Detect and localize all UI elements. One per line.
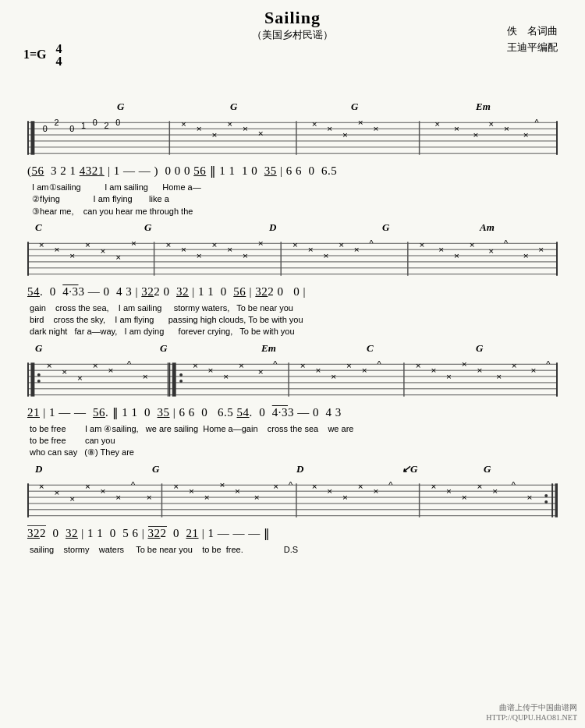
svg-text:×: × [454,250,459,261]
svg-text:2: 2 [105,121,109,130]
notation-1: (56 3 2 1 4321 | 1 — — ) 0 0 0 56 ‖ 1 1 … [23,163,562,179]
svg-text:×: × [477,365,483,376]
footer: 曲谱上传于中国曲谱网 HTTP://QUPU.HAO81.NET [486,702,577,722]
svg-text:×: × [420,239,425,250]
svg-point-132 [544,500,548,504]
svg-text:×: × [204,492,210,503]
svg-text:×: × [342,129,348,140]
svg-text:0: 0 [115,118,120,127]
chord-G-s2: G [144,221,151,234]
lyrics-2c: dark night far a—way, I am dying forever… [23,326,562,337]
svg-text:×: × [54,244,59,255]
svg-text:×: × [523,250,529,261]
svg-text:×: × [235,486,240,497]
svg-text:×: × [538,244,544,255]
svg-text:×: × [531,365,537,376]
svg-text:×: × [212,129,218,140]
svg-text:×: × [462,359,467,369]
svg-text:×: × [488,246,494,256]
lyrics-3c: who can say (⑧) They are [23,447,562,458]
svg-text:×: × [342,492,348,503]
svg-text:×: × [339,239,344,250]
svg-text:×: × [292,239,298,250]
chord-G-s3c: G [476,342,483,355]
svg-text:×: × [208,365,214,376]
svg-text:×: × [101,486,106,497]
chord-row-3: G G Em C G [31,342,562,356]
svg-text:2: 2 [54,118,58,127]
svg-text:×: × [354,244,360,255]
svg-text:×: × [446,371,452,382]
svg-text:×: × [323,250,328,261]
chord-C-s3: C [367,342,374,355]
svg-point-84 [37,373,41,376]
svg-text:0: 0 [43,124,48,133]
svg-text:×: × [446,486,452,497]
chord-row-2: C G D G Am [31,221,562,235]
svg-text:×: × [358,481,363,492]
notation-3: 21 | 1 — — 56. ‖ 1 1 0 35 | 6 6 0 6.5 54… [23,405,562,421]
page: Sailing （美国乡村民谣） 佚 名词曲 王迪平编配 1=G 4 4 G G… [0,0,585,728]
tab-graphic-4: × × × × × × ^ × × × × × × × × ^ × × × × … [27,477,558,522]
svg-text:×: × [143,371,148,382]
chord-G-s3a: G [35,342,42,355]
svg-text:×: × [165,239,171,250]
svg-text:×: × [312,118,317,129]
svg-text:×: × [227,118,232,129]
svg-text:×: × [523,129,529,140]
svg-text:×: × [431,481,436,492]
chord-Am: Am [480,221,495,234]
svg-text:×: × [69,493,75,504]
svg-text:×: × [316,365,321,376]
svg-text:×: × [300,360,306,371]
section-4: D G D ↙G G × × × × [23,463,562,555]
chord-G-s3b: G [160,342,167,355]
svg-text:×: × [462,492,467,503]
lyrics-3b: to be free can you [23,435,562,446]
chord-G-s4a: G [152,463,159,475]
svg-text:1: 1 [81,121,86,130]
svg-text:×: × [223,371,229,382]
svg-text:×: × [258,366,264,377]
chord-row-4: D G D ↙G G [31,463,562,477]
svg-text:0: 0 [93,118,98,127]
svg-text:×: × [54,487,59,498]
svg-text:×: × [527,492,533,503]
chord-C: C [35,221,42,234]
svg-text:×: × [227,244,232,255]
chord-G1: G [117,101,124,113]
svg-text:×: × [346,360,352,371]
svg-text:×: × [47,360,52,371]
svg-text:×: × [219,479,225,490]
lyrics-2b: bird cross the sky, I am flying passing … [23,314,562,325]
svg-text:×: × [212,239,218,250]
svg-text:×: × [181,244,186,255]
svg-text:×: × [258,238,264,249]
tab-graphic-1: 0 2 0 1 0 2 0 × × × × × × × × × × × × × … [27,115,558,160]
svg-text:×: × [115,252,121,263]
chord-G-arrow: ↙G [402,463,417,475]
svg-text:×: × [431,365,436,376]
lyrics-4a: sailing stormy waters To be near you to … [23,544,562,555]
svg-text:×: × [373,486,378,497]
chord-D2-s4: D [296,463,303,475]
svg-point-91 [179,380,183,383]
svg-text:×: × [62,366,67,377]
svg-text:×: × [77,373,83,383]
svg-text:×: × [197,123,202,134]
tab-graphic-3: × × × × × ^ × × × × × × ^ × × × × × ^ × … [27,356,558,401]
svg-point-131 [544,494,548,497]
svg-text:×: × [492,486,498,497]
key-text: 1=G [23,48,53,61]
chord-G3: G [351,101,358,113]
tab-graphic-2: × × × × × × × × × × × × × × × × × × × ^ … [27,235,558,281]
svg-text:×: × [173,481,179,492]
svg-text:×: × [496,371,502,382]
svg-text:×: × [39,481,44,492]
chord-G2-s2: G [382,221,389,234]
svg-text:×: × [477,481,483,492]
svg-text:×: × [39,239,44,250]
section-2: C G D G Am × × × × × × × × [23,221,562,337]
svg-text:×: × [362,365,367,376]
chord-Em1: Em [476,101,491,113]
